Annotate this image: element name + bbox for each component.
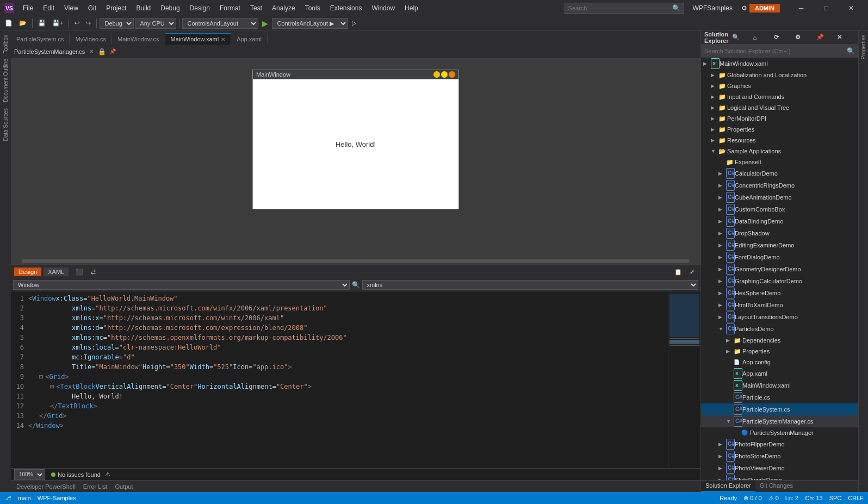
tree-photo-store[interactable]: ▶ C# PhotoStoreDemo	[701, 450, 858, 462]
xaml-toggle-btn[interactable]: XAML	[44, 267, 69, 276]
save-btn[interactable]: 💾	[35, 18, 48, 28]
design-toggle-btn[interactable]: Design	[14, 267, 41, 276]
cpu-dropdown[interactable]: Any CPU	[135, 18, 176, 29]
format-xaml-btn[interactable]: 📋	[672, 267, 685, 277]
particle-system-tab-close[interactable]: ✕	[89, 48, 94, 54]
menu-extensions[interactable]: Extensions	[326, 3, 367, 13]
split-view-btn[interactable]: ⬛	[73, 267, 86, 277]
tree-app-xaml[interactable]: X App.xaml	[701, 368, 858, 379]
properties-strip-label[interactable]: Properties	[859, 33, 867, 62]
se-search-btn[interactable]: 🔍	[731, 33, 750, 42]
tree-particles-demo[interactable]: ▼ C# ParticlesDemo	[701, 323, 858, 335]
admin-button[interactable]: ADMIN	[749, 4, 780, 13]
tab-pin-icon[interactable]: 📌	[109, 48, 116, 54]
tree-dropshadow[interactable]: ▶ C# DropShadow	[701, 227, 858, 239]
xaml-left-dropdown[interactable]: Window	[13, 280, 350, 290]
tree-permonitordpi[interactable]: ▶ 📁 PerMonitorDPI	[701, 113, 858, 124]
menu-bar[interactable]: File Edit View Git Project Build Debug D…	[18, 3, 423, 13]
menu-build[interactable]: Build	[132, 3, 156, 13]
project-dropdown[interactable]: ControlsAndLayout	[182, 18, 258, 29]
zoom-control[interactable]: 100%	[14, 469, 45, 480]
tab-close-icon[interactable]: ✕	[221, 36, 225, 42]
settings-icon[interactable]: ⚙	[741, 4, 747, 12]
se-search-go-icon[interactable]: 🔍	[847, 47, 855, 55]
tab-developer-powershell[interactable]: Developer PowerShell	[14, 482, 78, 491]
data-sources-label[interactable]: Data Sources	[2, 106, 10, 144]
tab-error-list[interactable]: Error List	[81, 482, 110, 491]
tree-geometry-designer[interactable]: ▶ C# GeometryDesignerDemo	[701, 263, 858, 275]
tree-particle-cs[interactable]: C# Particle.cs	[701, 391, 858, 403]
debug-config-dropdown[interactable]: Debug	[100, 18, 134, 29]
tree-font-dialog[interactable]: ▶ C# FontDialogDemo	[701, 251, 858, 263]
tree-databinding[interactable]: ▶ C# DataBindingDemo	[701, 215, 858, 227]
document-outline-label[interactable]: Document Outline	[2, 57, 10, 104]
xaml-editor[interactable]: 1 <Window x:Class="HelloWorld.MainWindow…	[11, 291, 668, 469]
menu-window[interactable]: Window	[367, 3, 399, 13]
title-search-input[interactable]	[568, 5, 672, 11]
menu-design[interactable]: Design	[185, 3, 214, 13]
tree-photo-viewer[interactable]: ▶ C# PhotoViewerDemo	[701, 462, 858, 474]
particle-system-tab-label[interactable]: ParticleSystemManager.cs	[14, 48, 85, 55]
tree-particle-system-manager-class[interactable]: 🔵 ParticleSystemManager	[701, 427, 858, 438]
menu-git[interactable]: Git	[84, 3, 101, 13]
new-project-btn[interactable]: 📄	[2, 18, 15, 28]
toolbox-label[interactable]: Toolbox	[2, 33, 10, 55]
se-tab-solution-explorer[interactable]: Solution Explorer	[701, 481, 755, 492]
tab-app-xaml[interactable]: App.xaml	[231, 33, 268, 45]
tab-particle-system[interactable]: ParticleSystem.cs	[11, 33, 70, 45]
tree-cube-animation[interactable]: ▶ C# CubeAnimationDemo	[701, 191, 858, 203]
tree-main-window-xaml[interactable]: ▶ X MainWindow.xaml	[701, 58, 858, 70]
design-canvas[interactable]: Hello, World!	[252, 79, 459, 209]
tree-graphics[interactable]: ▶ 📁 Graphics	[701, 80, 858, 91]
tree-mainwindow-xaml-2[interactable]: X MainWindow.xaml	[701, 379, 858, 391]
zoom-dropdown[interactable]: 100%	[14, 469, 45, 480]
tab-main-window-cs[interactable]: MainWindow.cs	[112, 33, 165, 45]
minimize-button[interactable]: ─	[789, 0, 814, 16]
redo-btn[interactable]: ↪	[83, 18, 94, 28]
menu-view[interactable]: View	[60, 3, 83, 13]
tree-sample-apps[interactable]: ▼ 📂 Sample Applications	[701, 146, 858, 157]
save-all-btn[interactable]: 💾+	[49, 18, 66, 28]
tree-properties-2[interactable]: ▶ 📁 Properties	[701, 346, 858, 357]
maximize-button[interactable]: □	[814, 0, 839, 16]
se-close-btn[interactable]: ✕	[836, 33, 855, 42]
menu-analyze[interactable]: Analyze	[268, 3, 300, 13]
se-sync-btn[interactable]: ⟳	[773, 33, 792, 42]
se-tab-git-changes[interactable]: Git Changes	[755, 481, 797, 492]
tree-custom-combo[interactable]: ▶ C# CustomComboBox	[701, 203, 858, 215]
tree-dependencies[interactable]: ▶ 📁 Dependencies	[701, 335, 858, 346]
menu-debug[interactable]: Debug	[156, 3, 184, 13]
se-settings-btn[interactable]: ⚙	[794, 33, 813, 42]
tree-hex-sphere[interactable]: ▶ C# HexSphereDemo	[701, 287, 858, 299]
run-without-debug-btn[interactable]: ▷	[349, 18, 359, 28]
tree-slide-puzzle[interactable]: ▶ C# SlidePuzzleDemo	[701, 474, 858, 480]
menu-help[interactable]: Help	[400, 3, 423, 13]
menu-project[interactable]: Project	[102, 3, 131, 13]
tree-app-config[interactable]: 📄 App.config	[701, 357, 858, 368]
se-search-input[interactable]	[704, 48, 847, 54]
title-search-box[interactable]: 🔍	[565, 3, 684, 14]
run-button[interactable]: ▶	[259, 18, 271, 29]
menu-test[interactable]: Test	[246, 3, 266, 13]
tree-expenseit[interactable]: 📁 ExpenseIt	[701, 157, 858, 167]
tree-particle-system-cs[interactable]: C# ParticleSystem.cs	[701, 403, 858, 415]
tree-globalization[interactable]: ▶ 📁 Globalization and Localization	[701, 70, 858, 80]
tab-output[interactable]: Output	[113, 482, 135, 491]
sync-views-btn[interactable]: ⇄	[88, 267, 98, 277]
menu-format[interactable]: Format	[215, 3, 245, 13]
tree-particle-system-manager-cs[interactable]: ▼ C# ParticleSystemManager.cs	[701, 415, 858, 427]
menu-tools[interactable]: Tools	[301, 3, 325, 13]
tree-html-to-xaml[interactable]: ▶ C# HtmlToXamlDemo	[701, 299, 858, 311]
menu-edit[interactable]: Edit	[39, 3, 59, 13]
tree-editing-examiner[interactable]: ▶ C# EditingExaminerDemo	[701, 239, 858, 251]
tree-input-commands[interactable]: ▶ 📁 Input and Commands	[701, 91, 858, 102]
tab-main-window-xaml[interactable]: MainWindow.xaml ✕	[165, 33, 232, 45]
tree-properties[interactable]: ▶ 📁 Properties	[701, 124, 858, 135]
undo-btn[interactable]: ↩	[72, 18, 82, 28]
expand-btn[interactable]: ⤢	[687, 267, 697, 277]
solution-explorer-search[interactable]: 🔍	[701, 45, 858, 58]
open-btn[interactable]: 📂	[16, 18, 29, 28]
se-pin-btn[interactable]: 📌	[815, 33, 834, 42]
xaml-right-dropdown[interactable]: xmlns	[362, 280, 699, 290]
run-config-dropdown[interactable]: ControlsAndLayout ▶	[272, 18, 348, 29]
